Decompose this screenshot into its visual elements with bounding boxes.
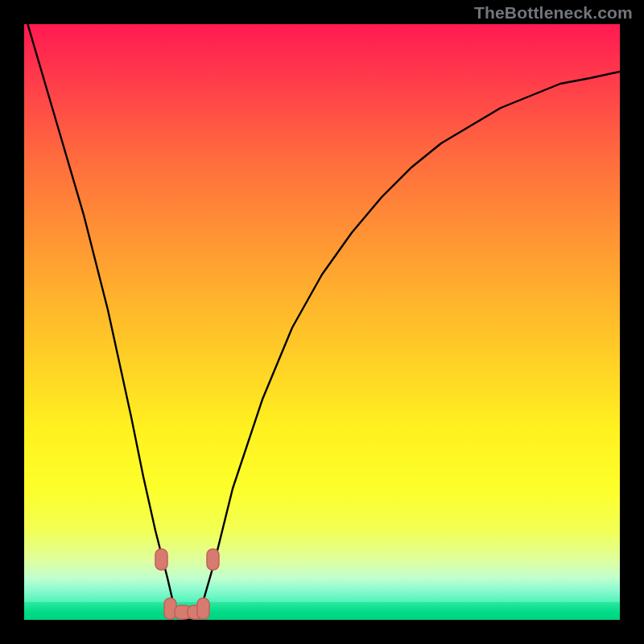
marker bbox=[155, 549, 167, 570]
curve-markers bbox=[155, 549, 219, 619]
chart-frame: TheBottleneck.com bbox=[0, 0, 644, 644]
marker bbox=[207, 549, 219, 570]
curve-layer bbox=[24, 24, 620, 620]
plot-area bbox=[24, 24, 620, 620]
marker bbox=[164, 598, 176, 619]
bottleneck-curve bbox=[24, 24, 620, 620]
watermark-text: TheBottleneck.com bbox=[474, 3, 633, 23]
marker bbox=[197, 598, 209, 619]
